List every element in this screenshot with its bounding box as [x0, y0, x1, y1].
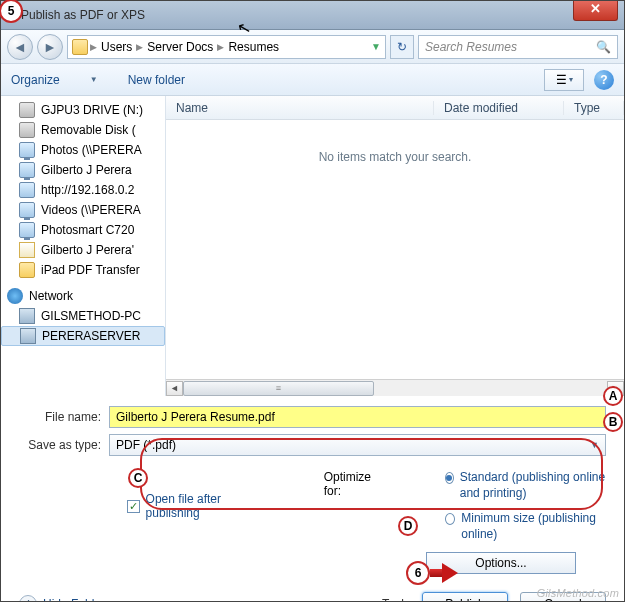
col-date[interactable]: Date modified [434, 101, 564, 115]
annotation-6: 6 [406, 561, 430, 585]
checkbox-checked-icon: ✓ [127, 500, 140, 513]
horizontal-scrollbar[interactable]: ◄ ≡ ► [166, 379, 624, 396]
computer-icon [19, 308, 35, 324]
printer-icon [19, 222, 35, 238]
network-drive-icon [19, 142, 35, 158]
sidebar: GJPU3 DRIVE (N:) Removable Disk ( Photos… [1, 96, 166, 396]
breadcrumb-seg[interactable]: Resumes [226, 40, 281, 54]
savetype-label: Save as type: [19, 438, 109, 452]
view-mode-button[interactable]: ☰▾ [544, 69, 584, 91]
chevron-right-icon: ▶ [217, 42, 224, 52]
window-title: Publish as PDF or XPS [21, 8, 145, 22]
tree-item[interactable]: Gilberto J Perera' [1, 240, 165, 260]
form-area: File name: Save as type: PDF (*.pdf) ▼ ✓… [1, 396, 624, 582]
footer-row: ˄ Hide Folders Tools Publish Cancel [1, 582, 624, 602]
toolbar: Organize ▼ New folder ☰▾ ? [1, 64, 624, 96]
tree-item[interactable]: Photosmart C720 [1, 220, 165, 240]
breadcrumb-seg[interactable]: Users [99, 40, 134, 54]
scroll-left-icon[interactable]: ◄ [166, 381, 183, 396]
folder-icon [72, 39, 88, 55]
empty-list-message: No items match your search. [166, 150, 624, 164]
search-input[interactable]: Search Resumes 🔍 [418, 35, 618, 59]
radio-unchecked-icon [445, 513, 455, 525]
chevron-right-icon: ▶ [90, 42, 97, 52]
radio-minimum[interactable]: Minimum size (publishing online) [445, 511, 606, 542]
optimize-label: Optimize for: [324, 470, 389, 542]
column-headers: Name Date modified Type [166, 96, 624, 120]
network-drive-icon [19, 202, 35, 218]
organize-menu[interactable]: Organize [11, 73, 60, 87]
help-button[interactable]: ? [594, 70, 614, 90]
tools-menu[interactable]: Tools [382, 597, 410, 602]
forward-button[interactable]: ► [37, 34, 63, 60]
radio-standard[interactable]: Standard (publishing online and printing… [445, 470, 606, 501]
folder-icon [19, 262, 35, 278]
tree-item[interactable]: GILSMETHOD-PC [1, 306, 165, 326]
tree-item[interactable]: Videos (\\PERERA [1, 200, 165, 220]
tree-item-selected[interactable]: PERERASERVER [1, 326, 165, 346]
tree-item[interactable]: Removable Disk ( [1, 120, 165, 140]
savetype-select[interactable]: PDF (*.pdf) ▼ [109, 434, 606, 456]
dropdown-icon[interactable]: ▼ [371, 41, 381, 52]
filename-label: File name: [19, 410, 109, 424]
annotation-b: B [603, 412, 623, 432]
new-folder-button[interactable]: New folder [128, 73, 185, 87]
col-type[interactable]: Type [564, 101, 624, 115]
red-arrow-icon [430, 563, 460, 583]
search-icon: 🔍 [596, 40, 611, 54]
publish-button[interactable]: Publish [422, 592, 508, 602]
nav-row: ◄ ► ▶ Users ▶ Server Docs ▶ Resumes ▼ ↻ … [1, 30, 624, 64]
file-list: Name Date modified Type No items match y… [166, 96, 624, 396]
chevron-up-icon: ˄ [19, 595, 37, 602]
refresh-button[interactable]: ↻ [390, 35, 414, 59]
chevron-right-icon: ▶ [136, 42, 143, 52]
back-button[interactable]: ◄ [7, 34, 33, 60]
open-after-checkbox[interactable]: ✓ Open file after publishing [127, 470, 274, 542]
col-name[interactable]: Name [166, 101, 434, 115]
filename-input[interactable] [109, 406, 606, 428]
radio-checked-icon [445, 472, 454, 484]
address-bar[interactable]: ▶ Users ▶ Server Docs ▶ Resumes ▼ [67, 35, 386, 59]
drive-icon [19, 122, 35, 138]
breadcrumb-seg[interactable]: Server Docs [145, 40, 215, 54]
tree-item[interactable]: iPad PDF Transfer [1, 260, 165, 280]
hide-folders-button[interactable]: ˄ Hide Folders [19, 595, 111, 602]
annotation-d: D [398, 516, 418, 536]
tree-item[interactable]: http://192.168.0.2 [1, 180, 165, 200]
document-icon [19, 242, 35, 258]
tree-item[interactable]: GJPU3 DRIVE (N:) [1, 100, 165, 120]
tree-item[interactable]: Photos (\\PERERA [1, 140, 165, 160]
annotation-c: C [128, 468, 148, 488]
drive-icon [19, 102, 35, 118]
network-drive-icon [19, 162, 35, 178]
search-placeholder: Search Resumes [425, 40, 517, 54]
chevron-down-icon: ▼ [590, 440, 599, 450]
titlebar: Publish as PDF or XPS ✕ [1, 1, 624, 30]
network-icon [7, 288, 23, 304]
scroll-thumb[interactable]: ≡ [183, 381, 374, 396]
watermark: GilsMethod.com [537, 587, 619, 599]
close-button[interactable]: ✕ [573, 1, 618, 21]
tree-item[interactable]: Gilberto J Perera [1, 160, 165, 180]
computer-icon [20, 328, 36, 344]
annotation-a: A [603, 386, 623, 406]
network-error-icon [19, 182, 35, 198]
tree-group-network[interactable]: Network [1, 280, 165, 306]
list-icon: ☰ [556, 73, 567, 87]
